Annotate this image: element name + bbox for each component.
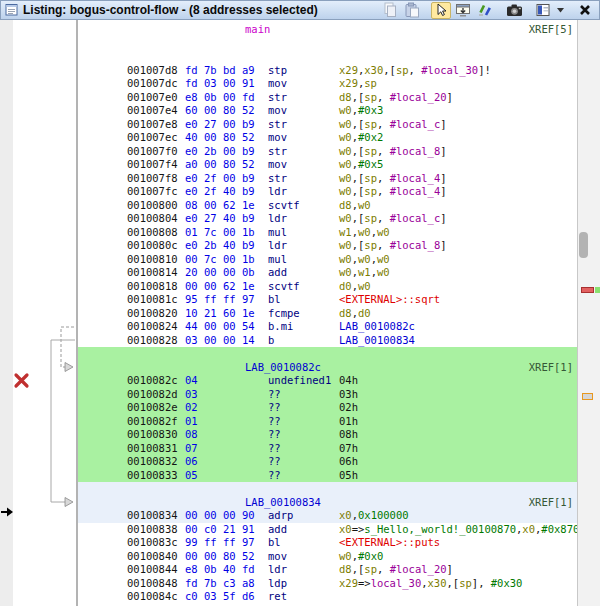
mnemonic-field[interactable]: bl (268, 536, 281, 550)
address-field[interactable]: 00100808 (127, 226, 178, 240)
operands-field[interactable]: w0,w0,w0 (339, 253, 390, 267)
mnemonic-field[interactable]: ldr (268, 212, 287, 226)
instruction-row[interactable]: 0010081000 7c 00 1bmulw0,w0,w0 (78, 253, 577, 267)
address-field[interactable]: 001007ec (127, 131, 178, 145)
operand-token[interactable]: #local_8 (390, 145, 441, 157)
address-field[interactable]: 001007e8 (127, 118, 178, 132)
operand-token[interactable]: w1 (339, 226, 352, 238)
paste-button[interactable] (402, 2, 422, 19)
operand-token[interactable]: #0x5 (358, 158, 383, 170)
address-field[interactable]: 00100832 (127, 455, 178, 469)
address-field[interactable]: 0010084c (127, 590, 178, 604)
mnemonic-field[interactable]: ldr (268, 563, 287, 577)
instruction-row[interactable]: 001007f0e0 2b 00 b9strw0,[sp, #local_8] (78, 145, 577, 159)
operand-token[interactable]: #0x3 (358, 104, 383, 116)
operand-token[interactable]: d0 (358, 307, 371, 319)
operand-token[interactable]: w0 (339, 212, 352, 224)
operand-token[interactable]: , (377, 91, 390, 103)
operand-token[interactable]: #local_c (390, 118, 441, 130)
operand-token[interactable]: 03h (339, 388, 358, 400)
operand-token[interactable]: x29 (339, 64, 358, 76)
mnemonic-field[interactable]: stp (268, 64, 287, 78)
instruction-row[interactable]: 0010082c04undefined104h (78, 374, 577, 388)
operand-token[interactable]: ,[ (352, 172, 365, 184)
address-field[interactable]: 001007dc (127, 77, 178, 91)
bytes-field[interactable]: c0 03 5f d6 (185, 590, 255, 604)
instruction-row[interactable]: 0010084000 00 80 52movw0,#0x0 (78, 550, 577, 564)
operand-token[interactable]: w0 (377, 226, 390, 238)
operand-token[interactable]: w0 (339, 185, 352, 197)
address-field[interactable]: 0010082e (127, 401, 178, 415)
bytes-field[interactable]: 40 00 80 52 (185, 131, 255, 145)
instruction-row[interactable]: 00100804e0 27 40 b9ldrw0,[sp, #local_c] (78, 212, 577, 226)
instruction-row[interactable]: 0010080008 00 62 1escvtfd8,w0 (78, 199, 577, 213)
instruction-row[interactable]: 0010083400 00 00 90adrpx0,0x100000 (78, 509, 577, 523)
operand-token[interactable]: ,[ (352, 91, 365, 103)
mnemonic-field[interactable]: b.mi (268, 320, 293, 334)
bytes-field[interactable]: fd 7b bd a9 (185, 64, 255, 78)
mnemonic-field[interactable]: bl (268, 293, 281, 307)
address-field[interactable]: 00100828 (127, 334, 178, 348)
operand-token[interactable]: ] (447, 563, 453, 575)
mnemonic-field[interactable]: fcmpe (268, 307, 300, 321)
operand-token[interactable]: 0x100000 (358, 509, 409, 521)
address-field[interactable]: 00100844 (127, 563, 178, 577)
operand-token[interactable]: local_30 (371, 577, 422, 589)
operand-token[interactable]: #local_c (390, 212, 441, 224)
operand-token[interactable]: w0 (339, 239, 352, 251)
operand-token[interactable]: ,[ (352, 145, 365, 157)
operands-field[interactable]: d8,d0 (339, 307, 371, 321)
operand-token[interactable]: #0x2 (358, 131, 383, 143)
instruction-row[interactable]: 0010081c95 ff ff 97bl<EXTERNAL>::sqrt (78, 293, 577, 307)
operands-field[interactable]: 04h (339, 374, 358, 388)
address-field[interactable]: 00100818 (127, 280, 178, 294)
operands-field[interactable]: LAB_00100834 (339, 334, 415, 348)
operand-token[interactable]: #local_4 (390, 185, 441, 197)
bytes-field[interactable]: 00 00 00 90 (185, 509, 255, 523)
operands-field[interactable]: 08h (339, 428, 358, 442)
operand-token[interactable]: LAB_0010082c (339, 320, 415, 332)
bytes-field[interactable]: 95 ff ff 97 (185, 293, 255, 307)
operand-token[interactable]: d0 (339, 280, 352, 292)
bytes-field[interactable]: 08 00 62 1e (185, 199, 255, 213)
operand-token[interactable]: sp (364, 212, 377, 224)
code-label[interactable]: LAB_0010082c (245, 361, 321, 375)
address-field[interactable]: 0010083c (127, 536, 178, 550)
operand-token[interactable]: #0x870 (541, 523, 579, 535)
operands-field[interactable]: d0,w0 (339, 280, 371, 294)
instruction-row[interactable]: 001007dcfd 03 00 91movx29,sp (78, 77, 577, 91)
xref-count[interactable]: XREF[1] (529, 496, 573, 510)
bytes-field[interactable]: e8 0b 00 fd (185, 91, 255, 105)
address-field[interactable]: 0010082d (127, 388, 178, 402)
copy-button[interactable] (380, 2, 400, 19)
bytes-field[interactable]: 02 (185, 401, 198, 415)
address-field[interactable]: 00100848 (127, 577, 178, 591)
bytes-field[interactable]: 00 7c 00 1b (185, 253, 255, 267)
bytes-field[interactable]: 08 (185, 428, 198, 442)
operand-token[interactable]: x29 (339, 577, 358, 589)
mnemonic-field[interactable]: scvtf (268, 199, 300, 213)
operand-token[interactable]: x30 (428, 577, 447, 589)
operand-token[interactable]: ] (440, 239, 446, 251)
mnemonic-field[interactable]: mul (268, 253, 287, 267)
bytes-field[interactable]: 03 00 00 14 (185, 334, 255, 348)
bytes-field[interactable]: e0 2b 40 b9 (185, 239, 255, 253)
instruction-row[interactable]: 001007e460 00 80 52movw0,#0x3 (78, 104, 577, 118)
mnemonic-field[interactable]: ?? (268, 401, 281, 415)
operands-field[interactable]: 07h (339, 442, 358, 456)
instruction-row[interactable]: 00100844e8 0b 40 fdldrd8,[sp, #local_20] (78, 563, 577, 577)
address-field[interactable]: 00100831 (127, 442, 178, 456)
operands-field[interactable]: w0,[sp, #local_8] (339, 239, 447, 253)
operand-token[interactable]: w0 (358, 280, 371, 292)
bytes-field[interactable]: 99 ff ff 97 (185, 536, 255, 550)
address-field[interactable]: 001007f8 (127, 172, 178, 186)
mnemonic-field[interactable]: mov (268, 158, 287, 172)
address-field[interactable]: 00100814 (127, 266, 178, 280)
bytes-field[interactable]: 00 00 62 1e (185, 280, 255, 294)
operand-token[interactable]: w0 (339, 104, 352, 116)
operand-token[interactable]: w0 (339, 145, 352, 157)
mnemonic-field[interactable]: b (268, 334, 274, 348)
address-field[interactable]: 0010080c (127, 239, 178, 253)
operand-token[interactable]: ] (440, 212, 446, 224)
operand-token[interactable]: x0 (339, 509, 352, 521)
